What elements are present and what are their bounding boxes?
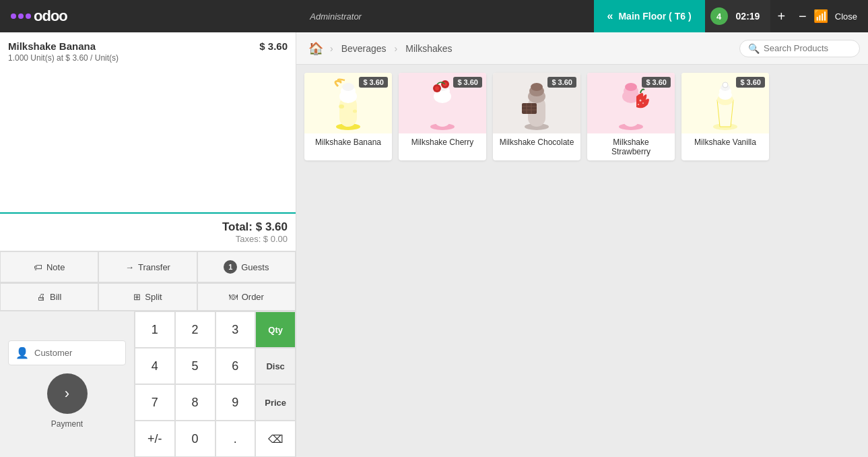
home-button[interactable]: 🏠 — [304, 37, 327, 60]
svg-rect-21 — [522, 103, 537, 114]
svg-point-31 — [640, 100, 642, 102]
numpad-7[interactable]: 7 — [135, 384, 175, 421]
svg-point-6 — [353, 110, 357, 113]
product-price-badge-banana: $ 3.60 — [359, 77, 388, 88]
numpad-backspace[interactable]: ⌫ — [255, 421, 296, 457]
right-panel: 🏠 › Beverages › Milkshakes 🔍 — [296, 32, 868, 457]
svg-point-14 — [435, 86, 439, 90]
svg-point-4 — [342, 83, 354, 91]
guests-count-badge: 1 — [224, 260, 237, 274]
table-number-badge: 4 — [710, 7, 728, 25]
numpad-0[interactable]: 0 — [175, 421, 215, 457]
order-icon: 🍽 — [229, 292, 238, 302]
action-buttons-row2: 🖨 Bill ⊞ Split 🍽 Order — [0, 282, 296, 311]
numpad-5[interactable]: 5 — [175, 348, 215, 384]
customer-icon: 👤 — [15, 346, 29, 359]
tax-line: Taxes: $ 0.00 — [8, 234, 288, 244]
breadcrumb-sep-1: › — [330, 43, 333, 54]
search-icon: 🔍 — [748, 43, 760, 54]
chevron-left-icon: « — [607, 10, 613, 22]
odoo-logo: odoo — [0, 7, 78, 25]
close-button[interactable]: Close — [835, 11, 857, 22]
order-item-detail: 1.000 Unit(s) at $ 3.60 / Unit(s) — [8, 53, 119, 63]
numpad-1[interactable]: 1 — [135, 311, 175, 348]
add-table-button[interactable]: + — [770, 0, 792, 32]
numpad-9[interactable]: 9 — [215, 384, 256, 421]
product-milkshake-banana[interactable]: $ 3.60 Milkshake Banana — [304, 73, 392, 160]
guests-button[interactable]: 1 Guests — [197, 251, 296, 282]
order-item-row: Milkshake Banana 1.000 Unit(s) at $ 3.60… — [8, 40, 288, 63]
table-timer: 4 02:19 — [705, 0, 771, 32]
admin-label: Administrator — [78, 11, 594, 22]
transfer-icon: → — [125, 262, 134, 272]
product-name-banana: Milkshake Banana — [304, 133, 392, 151]
top-right-area: 📶 Close — [813, 9, 868, 24]
numpad-2[interactable]: 2 — [175, 311, 215, 348]
order-summary: Milkshake Banana 1.000 Unit(s) at $ 3.60… — [0, 32, 296, 212]
minus-button[interactable]: − — [792, 0, 813, 32]
product-name-strawberry: Milkshake Strawberry — [587, 133, 675, 160]
breadcrumb-sep-2: › — [395, 43, 398, 54]
mode-price[interactable]: Price — [255, 384, 296, 421]
product-milkshake-chocolate[interactable]: $ 3.60 Milkshake Chocolate — [493, 73, 580, 160]
svg-point-30 — [625, 83, 637, 91]
timer-display: 02:19 — [731, 11, 766, 22]
category-nav: 🏠 › Beverages › Milkshakes 🔍 — [296, 32, 868, 65]
order-item-name: Milkshake Banana — [8, 40, 119, 52]
action-buttons-row1: 🏷 Note → Transfer 1 Guests — [0, 251, 296, 282]
payment-button[interactable]: › — [47, 373, 88, 414]
note-button[interactable]: 🏷 Note — [0, 251, 98, 282]
main-floor-button[interactable]: « Main Floor ( T6 ) — [594, 0, 705, 32]
product-price-badge-strawberry: $ 3.60 — [642, 77, 671, 88]
numpad-grid: 1 2 3 Qty 4 5 6 Disc 7 8 9 Price +/- 0 .… — [135, 311, 296, 457]
split-icon: ⊞ — [133, 292, 141, 302]
customer-row[interactable]: 👤 Customer — [8, 340, 126, 365]
mode-disc[interactable]: Disc — [255, 348, 296, 384]
product-price-badge-chocolate: $ 3.60 — [547, 77, 576, 88]
total-line: Total: $ 3.60 — [8, 220, 288, 234]
wifi-icon: 📶 — [813, 9, 828, 24]
pos-panel: Milkshake Banana 1.000 Unit(s) at $ 3.60… — [0, 32, 296, 457]
bill-button[interactable]: 🖨 Bill — [0, 283, 98, 311]
svg-point-20 — [531, 83, 543, 91]
numpad-3[interactable]: 3 — [215, 311, 256, 348]
svg-point-5 — [339, 104, 344, 109]
top-bar: odoo Administrator « Main Floor ( T6 ) 4… — [0, 0, 868, 32]
product-milkshake-vanilla[interactable]: $ 3.60 Milkshake Vanilla — [681, 73, 769, 160]
product-price-badge-vanilla: $ 3.60 — [736, 77, 765, 88]
svg-point-32 — [642, 102, 644, 104]
numpad-dot[interactable]: . — [215, 421, 256, 457]
product-name-chocolate: Milkshake Chocolate — [493, 133, 580, 151]
split-button[interactable]: ⊞ Split — [98, 283, 197, 311]
product-grid: $ 3.60 Milkshake Banana — [296, 65, 868, 457]
numpad-4[interactable]: 4 — [135, 348, 175, 384]
numpad-plusminus[interactable]: +/- — [135, 421, 175, 457]
transfer-button[interactable]: → Transfer — [98, 251, 197, 282]
numpad-6[interactable]: 6 — [215, 348, 256, 384]
payment-label: Payment — [51, 419, 83, 429]
search-input[interactable] — [764, 43, 851, 53]
main-content: Milkshake Banana 1.000 Unit(s) at $ 3.60… — [0, 32, 868, 457]
product-price-badge-cherry: $ 3.60 — [453, 77, 482, 88]
odoo-dots — [11, 13, 31, 19]
arrow-right-icon: › — [65, 385, 69, 402]
order-item-price: $ 3.60 — [259, 40, 288, 52]
breadcrumb-milkshakes[interactable]: Milkshakes — [400, 40, 457, 57]
breadcrumb-beverages[interactable]: Beverages — [336, 40, 392, 57]
numpad-area: 👤 Customer › Payment 1 2 3 Qty 4 5 6 Dis — [0, 311, 296, 457]
product-name-vanilla: Milkshake Vanilla — [681, 133, 769, 151]
mode-qty[interactable]: Qty — [255, 311, 296, 348]
svg-point-39 — [723, 82, 728, 88]
numpad-8[interactable]: 8 — [175, 384, 215, 421]
left-numpad: 👤 Customer › Payment — [0, 311, 135, 457]
product-milkshake-cherry[interactable]: $ 3.60 Milkshake Cherry — [399, 73, 486, 160]
svg-point-33 — [638, 104, 639, 105]
main-floor-label: Main Floor ( T6 ) — [618, 11, 691, 22]
odoo-wordmark: odoo — [34, 7, 67, 25]
search-box: 🔍 — [739, 40, 860, 57]
product-milkshake-strawberry[interactable]: $ 3.60 Milkshake Strawberry — [587, 73, 675, 160]
tag-icon: 🏷 — [34, 262, 42, 272]
order-button[interactable]: 🍽 Order — [197, 283, 296, 311]
order-totals: Total: $ 3.60 Taxes: $ 0.00 — [0, 212, 296, 251]
product-name-cherry: Milkshake Cherry — [399, 133, 486, 151]
